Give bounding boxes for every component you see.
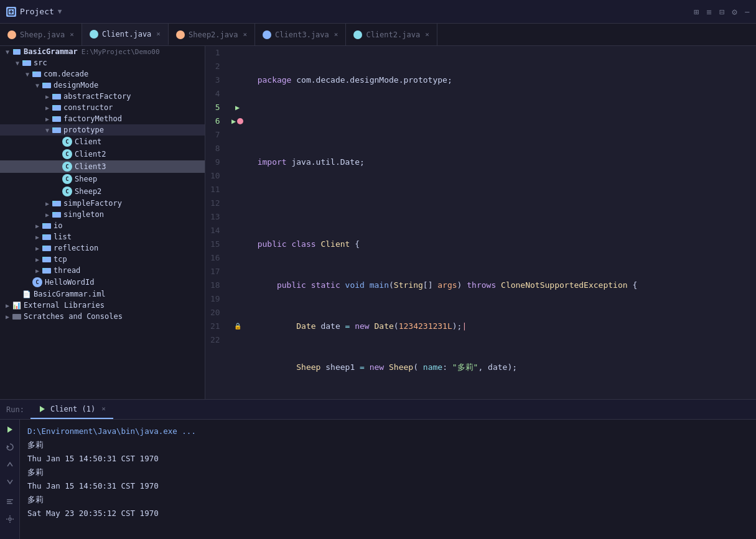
sidebar-item-root[interactable]: ▼ BasicGrammar E:\MyProject\Demo00 (0, 46, 205, 57)
list-icon[interactable]: ≡ (706, 7, 711, 17)
breakpoint-6[interactable] (237, 118, 243, 124)
sidebar-item-sheep[interactable]: ▶ C Sheep (0, 173, 205, 185)
sidebar-item-designmode[interactable]: ▼ designMode (0, 80, 205, 91)
sidebar-item-reflection[interactable]: ▶ reflection (0, 242, 205, 254)
designmode-label: designMode (54, 81, 98, 90)
sidebar-item-client3[interactable]: ▶ C Client3 (0, 160, 205, 173)
client2-label: Client2 (75, 150, 106, 159)
tab-close-client3[interactable]: × (334, 30, 338, 39)
sidebar-item-scratches[interactable]: ▶ Scratches and Consoles (0, 311, 205, 322)
gutter-22 (228, 333, 248, 347)
bottom-tab-label: Client (1) (50, 405, 95, 413)
gutter-9 (228, 155, 248, 169)
scroll-up-btn[interactable] (2, 457, 17, 472)
tab-close-sheep2[interactable]: × (243, 30, 247, 39)
layout-icon[interactable]: ⊞ (694, 7, 699, 17)
tab-label-client3: Client3.java (275, 30, 329, 39)
bottom-tab-client[interactable]: Client (1) × (30, 400, 113, 419)
scroll-down-btn[interactable] (2, 474, 17, 489)
folder-io-icon (42, 222, 51, 229)
tab-close-client2[interactable]: × (425, 30, 429, 39)
iml-label: BasicGrammar.iml (34, 290, 106, 298)
tab-client2[interactable]: Client2.java × (346, 24, 437, 45)
svg-rect-20 (52, 212, 56, 214)
gutter-3 (228, 73, 248, 87)
lock-icon-21: 🔒 (234, 320, 241, 333)
gutter-7 (228, 128, 248, 142)
code-line-3: import java.util.Date; (258, 155, 746, 169)
sidebar-item-client[interactable]: ▶ C Client (0, 136, 205, 148)
collapse-icon[interactable]: ⊟ (719, 7, 724, 17)
terminal-output-6: Sat May 23 20:35:12 CST 1970 (27, 509, 159, 518)
folder-factorymethod-icon (52, 115, 61, 122)
client3-label: Client3 (75, 162, 106, 171)
sidebar-item-tcp[interactable]: ▶ tcp (0, 254, 205, 265)
close-icon[interactable]: − (745, 7, 750, 17)
project-label[interactable]: Project (20, 7, 54, 16)
svg-rect-35 (7, 499, 13, 500)
svg-rect-6 (32, 71, 36, 73)
tab-client3[interactable]: Client3.java × (255, 24, 346, 45)
gutter-18 (228, 279, 248, 292)
folder-tcp-icon (42, 256, 51, 263)
svg-point-38 (9, 518, 11, 520)
sidebar-item-com-decade[interactable]: ▼ com.decade (0, 68, 205, 80)
singleton-label: singleton (63, 210, 104, 219)
code-container[interactable]: 1 2 3 4 5 6 7 8 9 10 11 12 13 14 15 16 1… (205, 46, 756, 399)
svg-rect-22 (42, 223, 46, 225)
gutter-17 (228, 265, 248, 279)
sidebar-item-singleton[interactable]: ▶ singleton (0, 209, 205, 220)
tab-close-client[interactable]: × (156, 30, 161, 38)
code-editor[interactable]: package com.decade.designMode.prototype;… (248, 46, 756, 399)
factorymethod-label: factoryMethod (63, 114, 122, 123)
ln-19: 19 (210, 292, 220, 306)
tab-icon-client2 (353, 30, 362, 39)
format-btn[interactable] (2, 494, 17, 509)
external-libs-label: External Libraries (24, 301, 105, 310)
code-line-8: Sheep sheep1 = new Sheep( name: "多莉", da… (258, 361, 746, 374)
code-line-4 (258, 196, 746, 210)
ln-22: 22 (210, 333, 220, 347)
folder-list-icon (42, 233, 51, 241)
sidebar-item-iml[interactable]: ▶ 📄 BasicGrammar.iml (0, 288, 205, 300)
bottom-tab-close[interactable]: × (101, 405, 106, 413)
sidebar-item-src[interactable]: ▼ src (0, 57, 205, 68)
ln-18: 18 (210, 279, 220, 292)
terminal-output[interactable]: D:\Environment\Java\bin\java.exe ... 多莉 … (20, 420, 756, 539)
sidebar-item-factorymethod[interactable]: ▶ factoryMethod (0, 113, 205, 124)
ln-10: 10 (210, 169, 220, 183)
sidebar-item-abstractfactory[interactable]: ▶ abstractFactory (0, 91, 205, 102)
tab-sheep2[interactable]: Sheep2.java × (169, 24, 255, 45)
gutter-13 (228, 210, 248, 224)
sidebar-item-external-libs[interactable]: ▶ 📊 External Libraries (0, 300, 205, 311)
gutter-8 (228, 142, 248, 155)
svg-rect-31 (12, 314, 21, 320)
client-label: Client (75, 137, 101, 146)
tab-client[interactable]: Client.java × (82, 24, 169, 45)
sidebar-item-hellowordid[interactable]: ▶ C HelloWordId (0, 276, 205, 288)
tab-sheep[interactable]: Sheep.java × (0, 24, 82, 45)
sidebar-item-constructor[interactable]: ▶ constructor (0, 102, 205, 113)
ln-7: 7 (210, 128, 220, 142)
run-play-btn[interactable] (2, 422, 17, 437)
client-file-icon: C (62, 137, 72, 147)
sidebar-item-thread[interactable]: ▶ thread (0, 265, 205, 276)
hellowordid-label: HelloWordId (45, 278, 94, 287)
rerun-btn[interactable] (2, 440, 17, 454)
sidebar-item-prototype[interactable]: ▼ prototype (0, 124, 205, 136)
sidebar-item-simplefactory[interactable]: ▶ simpleFactory (0, 198, 205, 209)
bottom-toolbar (0, 420, 20, 539)
tab-label-client: Client.java (102, 30, 151, 39)
bottom-panel: Run: Client (1) × (0, 399, 756, 539)
tcp-label: tcp (54, 255, 67, 264)
sidebar-item-io[interactable]: ▶ io (0, 220, 205, 231)
sidebar-item-client2[interactable]: ▶ C Client2 (0, 148, 205, 160)
sidebar-item-sheep2[interactable]: ▶ C Sheep2 (0, 185, 205, 198)
folder-com-decade-icon (32, 70, 41, 78)
ln-12: 12 (210, 196, 220, 210)
tab-close-sheep[interactable]: × (70, 30, 74, 39)
settings-bottom-btn[interactable] (2, 512, 17, 527)
bottom-tab-bar: Run: Client (1) × (0, 400, 756, 420)
sidebar-item-list[interactable]: ▶ list (0, 231, 205, 242)
settings-icon[interactable]: ⚙ (732, 7, 737, 17)
